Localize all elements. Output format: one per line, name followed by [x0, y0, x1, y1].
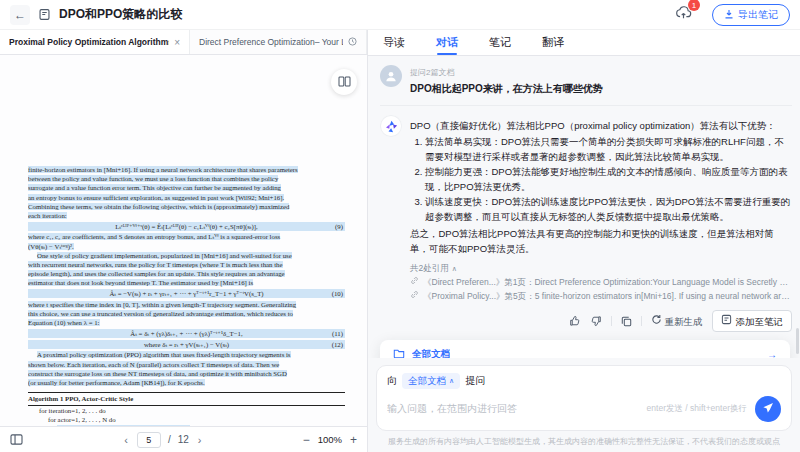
notification-badge: 1 — [688, 0, 700, 11]
pdf-line-text: (Vθ(sₜ) − Vₜᵗᵃʳᵍ)². — [28, 243, 74, 250]
user-message: 提问2篇文档 DPO相比起PPO来讲，在方法上有哪些优势 — [380, 65, 792, 96]
close-icon[interactable]: × — [174, 37, 180, 48]
ai-summary: 总之，DPO算法相比PPO算法具有更高的控制能力和更快的训练速度，但是算法相对简… — [410, 226, 792, 256]
send-icon — [762, 400, 774, 418]
next-page-button[interactable]: › — [196, 434, 204, 446]
pdf-line-text: Equation (10) when λ = 1: — [28, 319, 100, 326]
pdf-line: this choice, we can use a truncated vers… — [28, 309, 345, 318]
scope-label: 全部文档 — [408, 375, 446, 388]
equation-text: Âₜ = δₜ + (γλ)δₜ₊₁ + ⋯ + (γλ)ᵀ⁻ᵗ⁺¹δ_T−1, — [130, 330, 242, 337]
tab-笔记[interactable]: 笔记 — [489, 30, 511, 55]
copy-button[interactable] — [621, 316, 632, 327]
arrow-right-icon: → — [767, 349, 777, 359]
prev-page-button[interactable]: ‹ — [122, 434, 130, 446]
pdf-line-text: One style of policy gradient implementat… — [37, 252, 292, 259]
export-notes-label: 导出笔记 — [738, 8, 778, 22]
algorithm-line-text: Run policy πθold in environment for T ti… — [57, 425, 190, 426]
pdf-equation: where δₜ = rₜ + γV(sₜ₊₁) − V(sₜ)(12) — [28, 340, 345, 349]
doc-picker-row[interactable]: 全部文档→ — [380, 343, 790, 358]
pdf-line-text: surrogate and a value function error ter… — [28, 184, 281, 191]
pdf-line: finite-horizon estimators in [Mni+16]. I… — [28, 165, 345, 174]
zoom-out-button[interactable]: − — [303, 433, 310, 447]
question-input[interactable]: 输入问题，在范围内进行回答 — [387, 402, 639, 416]
link-icon — [410, 276, 419, 290]
pdf-line-text: where t specifies the time index in [0, … — [28, 301, 296, 308]
ai-list-item: 训练速度更快：DPO算法的训练速度比PPO算法更快，因为DPO算法不需要进行重要… — [425, 194, 792, 224]
citation-row[interactable]: 《Proximal Policy...》第5页：5 finite-horizon… — [410, 290, 792, 304]
regenerate-button[interactable]: 重新生成 — [651, 314, 703, 329]
document-picker-card: 全部文档→Proximal Policy Optimization Algori… — [380, 340, 790, 358]
folder-icon — [393, 348, 405, 359]
citation-row[interactable]: 《Direct Preferen...》第1页：Direct Preferenc… — [410, 276, 792, 290]
pdf-line-text: with recurrent neural networks, runs the… — [28, 261, 283, 268]
equation-number: (9) — [335, 222, 343, 231]
regenerate-label: 重新生成 — [665, 314, 703, 329]
pdf-line: between the policy and value function, w… — [28, 174, 345, 183]
pdf-line-text: each iteration: — [28, 212, 67, 219]
user-message-meta: 提问2篇文档 — [410, 67, 603, 78]
doc-tab-label: Proximal Policy Optimization Algorithms.… — [9, 37, 169, 47]
link-icon — [410, 290, 419, 304]
pdf-line: (Vθ(sₜ) − Vₜᵗᵃʳᵍ)². — [28, 242, 345, 251]
thumbs-up-button[interactable] — [569, 315, 581, 327]
pdf-toolbar: ‹ / 12 › − 100% + — [0, 426, 367, 452]
pdf-line: each iteration: — [28, 211, 345, 220]
send-button[interactable] — [755, 396, 781, 422]
tab-导读[interactable]: 导读 — [383, 30, 405, 55]
dual-page-view-button[interactable] — [331, 69, 357, 95]
doc-tab[interactable]: Direct Preference Optimization– Your La — [190, 30, 367, 54]
pdf-line: Equation (10) when λ = 1: — [28, 318, 345, 327]
equation-number: (10) — [332, 289, 343, 298]
assistant-tabbar: 导读对话笔记翻译 — [368, 30, 800, 56]
pdf-line-text: A proximal policy optimization (PPO) alg… — [37, 351, 291, 358]
add-to-note-button[interactable]: 添加至笔记 — [712, 310, 793, 332]
chat-scrollbar[interactable] — [796, 328, 799, 354]
pdf-text-content: finite-horizon estimators in [Mni+16]. I… — [28, 165, 345, 426]
ai-intro: DPO（直接偏好优化）算法相比PPO（proximal policy optim… — [410, 118, 792, 133]
action-divider — [641, 316, 642, 326]
zoom-in-button[interactable]: + — [350, 433, 357, 447]
algorithm-line: for iteration=1, 2, . . . do — [28, 406, 345, 415]
refresh-icon — [651, 314, 662, 329]
assistant-panel: 导读对话笔记翻译 提问2篇文档 DPO相比起PPO来讲，在方法上有哪些优势 — [368, 30, 800, 452]
equation-text: where δₜ = rₜ + γV(sₜ₊₁) − V(sₜ) — [144, 341, 229, 348]
dual-page-icon — [338, 73, 351, 91]
document-tabbar: Proximal Policy Optimization Algorithms.… — [0, 30, 367, 55]
back-button[interactable]: ← — [10, 5, 30, 25]
pdf-line: shown below. Each iteration, each of N (… — [28, 360, 345, 369]
ai-message-body: DPO（直接偏好优化）算法相比PPO（proximal policy optim… — [410, 115, 792, 332]
page-title: DPO和PPO策略的比较 — [59, 6, 182, 23]
citations-toggle[interactable]: 共2处引用 ∧ — [410, 261, 792, 276]
pdf-line-text: where c₁, c₂ are coefficients, and S den… — [28, 233, 280, 240]
equation-text: Âₜ = −V(sₜ) + rₜ + γrₜ₊₁ + ⋯ + γᵀ⁻ᵗ⁺¹r_T… — [109, 290, 263, 297]
equation-number: (11) — [332, 329, 343, 338]
pdf-line: estimator that does not look beyond time… — [28, 278, 345, 287]
cloud-upload-button[interactable]: 1 — [675, 5, 692, 24]
export-notes-button[interactable]: 导出笔记 — [712, 4, 790, 26]
page-number-input[interactable] — [137, 432, 161, 448]
send-shortcut-hint: enter发送 / shift+enter换行 — [647, 403, 747, 415]
thumbs-down-button[interactable] — [590, 315, 602, 327]
pdf-reader-panel: Proximal Policy Optimization Algorithms.… — [0, 30, 368, 452]
pdf-equation: Lₜᶜᴸᴵᴾ⁺ⱽᶠ⁺ˢ(θ) = Êₜ[Lₜᶜᴸᴵᴾ(θ) − c₁Lₜⱽᶠ(θ… — [28, 222, 345, 231]
tab-翻译[interactable]: 翻译 — [542, 30, 564, 55]
ai-message: DPO（直接偏好优化）算法相比PPO（proximal policy optim… — [380, 115, 792, 332]
ai-action-bar: 重新生成 添加至笔记 — [410, 310, 792, 332]
pdf-equation: Âₜ = δₜ + (γλ)δₜ₊₁ + ⋯ + (γλ)ᵀ⁻ᵗ⁺¹δ_T−1,… — [28, 329, 345, 338]
chevron-up-icon: ∧ — [449, 377, 454, 385]
pdf-line-text: (or usually for better performance, Adam… — [28, 379, 205, 386]
thumbnail-sidebar-button[interactable] — [10, 434, 23, 445]
pdf-line-text: Combining these terms, we obtain the fol… — [28, 203, 289, 210]
scope-selector[interactable]: 全部文档 ∧ — [402, 373, 460, 389]
pdf-viewer[interactable]: finite-horizon estimators in [Mni+16]. I… — [0, 55, 367, 426]
app-window: ← DPO和PPO策略的比较 1 导出笔记 Proximal Policy Op… — [0, 0, 800, 452]
ai-disclaimer: 服务生成的所有内容均由人工智能模型生成，其生成内容的准确性和完整性无法保证，不代… — [368, 431, 800, 452]
pdf-line: episode length), and uses the collected … — [28, 269, 345, 278]
question-input-card: 向 全部文档 ∧ 提问 输入问题，在范围内进行回答 enter发送 / shif… — [376, 365, 792, 431]
algorithm-line: for actor=1, 2, . . . , N do — [28, 415, 345, 424]
tab-对话[interactable]: 对话 — [436, 30, 458, 55]
pdf-equation: Âₜ = −V(sₜ) + rₜ + γrₜ₊₁ + ⋯ + γᵀ⁻ᵗ⁺¹r_T… — [28, 289, 345, 298]
doc-tab[interactable]: Proximal Policy Optimization Algorithms.… — [0, 30, 190, 54]
clock-icon — [348, 37, 357, 48]
citations-count-label: 共2处引用 — [410, 261, 449, 276]
